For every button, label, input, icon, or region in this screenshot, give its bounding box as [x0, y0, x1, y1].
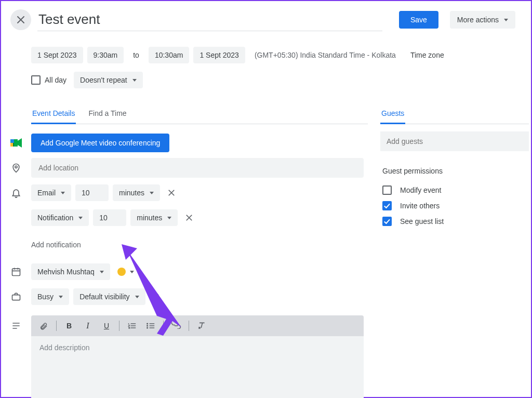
notification-type-select[interactable]: Notification [31, 209, 89, 226]
svg-point-5 [15, 166, 17, 168]
end-date-chip[interactable]: 1 Sept 2023 [193, 47, 245, 63]
tab-event-details[interactable]: Event Details [31, 104, 76, 124]
numbered-list-button[interactable] [124, 317, 140, 334]
permission-row-modify: Modify event [380, 182, 529, 198]
svg-rect-7 [12, 295, 20, 300]
repeat-label: Doesn't repeat [80, 76, 127, 84]
close-icon [17, 16, 25, 24]
tab-guests[interactable]: Guests [380, 104, 405, 124]
notification-unit-select[interactable]: minutes [130, 209, 178, 226]
event-title-input[interactable] [37, 8, 382, 31]
save-button[interactable]: Save [399, 11, 438, 29]
underline-button[interactable]: U [98, 317, 115, 334]
chevron-down-icon [135, 296, 139, 298]
svg-point-9 [147, 325, 148, 326]
toolbar-divider [189, 321, 189, 331]
notification-type-label: Notification [37, 214, 73, 222]
guests-tabs: Guests [380, 104, 529, 124]
bullet-list-button[interactable] [142, 317, 159, 334]
invite-others-checkbox[interactable] [382, 201, 392, 210]
link-icon [171, 323, 181, 329]
modify-event-checkbox[interactable] [382, 185, 392, 195]
close-icon [185, 214, 193, 221]
clear-formatting-button[interactable] [193, 317, 210, 334]
chevron-down-icon [167, 217, 171, 219]
add-google-meet-button[interactable]: Add Google Meet video conferencing [31, 134, 169, 152]
permission-label: Modify event [400, 186, 441, 194]
numbered-list-icon [128, 322, 136, 329]
permission-row-invite: Invite others [380, 198, 529, 214]
toolbar-divider [56, 321, 57, 331]
chevron-down-icon [100, 271, 104, 273]
start-time-chip[interactable]: 9:30am [87, 47, 124, 63]
notification-value-input[interactable]: 10 [75, 184, 109, 201]
visibility-select[interactable]: Default visibility [73, 288, 145, 305]
calendar-owner-label: Mehvish Mushtaq [37, 268, 95, 276]
permission-label: See guest list [400, 217, 444, 225]
timezone-link[interactable]: Time zone [405, 47, 449, 63]
chevron-down-icon [130, 271, 134, 273]
end-time-chip[interactable]: 10:30am [149, 47, 189, 63]
start-date-chip[interactable]: 1 Sept 2023 [31, 47, 83, 63]
calendar-icon [11, 267, 21, 277]
notification-unit-label: minutes [119, 189, 144, 197]
visibility-label: Default visibility [79, 293, 129, 301]
google-meet-icon [10, 138, 22, 148]
remove-notification-button[interactable] [182, 210, 196, 225]
timezone-text: (GMT+05:30) India Standard Time - Kolkat… [249, 47, 401, 63]
chevron-down-icon [132, 79, 137, 82]
close-button[interactable] [10, 9, 31, 30]
help-icon[interactable]: ? [150, 292, 159, 301]
bold-button[interactable]: B [61, 317, 77, 334]
svg-rect-2 [10, 143, 13, 147]
clear-format-icon [197, 322, 206, 330]
all-day-checkbox[interactable] [31, 75, 41, 85]
remove-notification-button[interactable] [164, 185, 179, 200]
permission-label: Invite others [400, 202, 440, 210]
chevron-down-icon [504, 19, 508, 21]
chevron-down-icon [59, 296, 63, 298]
italic-button[interactable]: I [79, 317, 96, 334]
see-guest-list-checkbox[interactable] [382, 217, 392, 226]
event-color-select[interactable] [114, 264, 137, 279]
add-guests-input[interactable] [380, 131, 529, 151]
tab-find-time[interactable]: Find a Time [87, 104, 127, 124]
notification-unit-label: minutes [137, 214, 162, 222]
calendar-owner-select[interactable]: Mehvish Mushtaq [31, 263, 110, 280]
briefcase-icon [11, 291, 21, 302]
detail-tabs: Event Details Find a Time [31, 104, 368, 124]
more-actions-button[interactable]: More actions [450, 11, 515, 29]
attach-button[interactable] [35, 317, 52, 334]
bell-icon [11, 188, 21, 198]
add-notification-button[interactable]: Add notification [31, 237, 81, 252]
toolbar-divider [119, 321, 119, 331]
more-actions-label: More actions [457, 16, 499, 24]
notification-type-label: Email [37, 189, 56, 197]
location-input[interactable] [31, 158, 364, 178]
notification-value-input[interactable]: 10 [93, 209, 126, 226]
svg-rect-4 [14, 139, 18, 147]
link-button[interactable] [168, 317, 184, 334]
toolbar-divider [163, 321, 164, 331]
svg-marker-3 [18, 138, 22, 148]
bullet-list-icon [147, 322, 155, 329]
svg-rect-1 [10, 139, 14, 143]
attachment-icon [39, 321, 48, 330]
chevron-down-icon [61, 192, 65, 194]
guest-permissions-title: Guest permissions [382, 167, 529, 175]
chevron-down-icon [150, 192, 154, 194]
svg-point-8 [147, 323, 148, 324]
svg-point-10 [147, 327, 148, 328]
availability-label: Busy [37, 293, 54, 301]
description-icon [11, 321, 21, 331]
repeat-select[interactable]: Doesn't repeat [74, 72, 143, 88]
location-icon [11, 163, 21, 173]
description-input[interactable]: Add description [31, 336, 364, 398]
svg-rect-6 [12, 269, 20, 275]
to-label: to [128, 47, 144, 63]
color-dot-icon [117, 268, 126, 276]
chevron-down-icon [78, 217, 83, 219]
availability-select[interactable]: Busy [31, 288, 69, 305]
notification-unit-select[interactable]: minutes [113, 184, 160, 201]
notification-type-select[interactable]: Email [31, 184, 71, 201]
